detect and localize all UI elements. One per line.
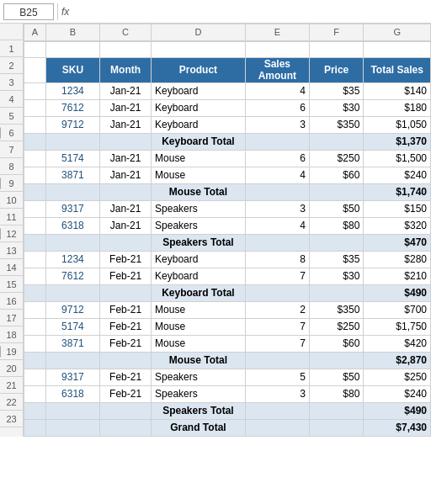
cell-g22[interactable]: $490 bbox=[364, 402, 431, 419]
cell-f23[interactable] bbox=[309, 419, 363, 436]
cell-a8[interactable] bbox=[24, 167, 46, 183]
col-header-c[interactable]: C bbox=[100, 24, 152, 41]
cell-d8[interactable]: Mouse bbox=[152, 167, 246, 183]
cell-a22[interactable] bbox=[24, 402, 46, 419]
cell-c19[interactable] bbox=[100, 352, 152, 369]
cell-b17[interactable]: 5174 bbox=[45, 318, 99, 335]
cell-g12[interactable]: $470 bbox=[364, 234, 431, 251]
cell-e8[interactable]: 4 bbox=[245, 167, 309, 183]
cell-c14[interactable]: Feb-21 bbox=[100, 268, 152, 284]
cell-c7[interactable]: Jan-21 bbox=[100, 150, 152, 167]
cell-g18[interactable]: $420 bbox=[364, 335, 431, 352]
cell-b4[interactable]: 7612 bbox=[45, 99, 99, 116]
cell-g6[interactable]: $1,370 bbox=[364, 133, 431, 150]
cell-e18[interactable]: 7 bbox=[245, 335, 309, 352]
cell-b8[interactable]: 3871 bbox=[45, 167, 99, 183]
cell-c21[interactable]: Feb-21 bbox=[100, 385, 152, 402]
cell-f6[interactable] bbox=[309, 133, 363, 150]
cell-c20[interactable]: Feb-21 bbox=[100, 369, 152, 385]
cell-a16[interactable] bbox=[24, 301, 46, 318]
cell-f4[interactable]: $30 bbox=[309, 99, 363, 116]
cell-f3[interactable]: $35 bbox=[309, 82, 363, 99]
cell-f8[interactable]: $60 bbox=[309, 167, 363, 183]
cell-f16[interactable]: $350 bbox=[309, 301, 363, 318]
cell-c1[interactable] bbox=[100, 41, 152, 58]
cell-e21[interactable]: 3 bbox=[245, 385, 309, 402]
col-header-g[interactable]: G bbox=[364, 24, 431, 41]
cell-a14[interactable] bbox=[24, 268, 46, 284]
cell-a12[interactable] bbox=[24, 234, 46, 251]
cell-b6[interactable] bbox=[45, 133, 99, 150]
col-header-e[interactable]: E bbox=[245, 24, 309, 41]
cell-f17[interactable]: $250 bbox=[309, 318, 363, 335]
cell-f15[interactable] bbox=[309, 284, 363, 301]
cell-b20[interactable]: 9317 bbox=[45, 369, 99, 385]
cell-b21[interactable]: 6318 bbox=[45, 385, 99, 402]
cell-b10[interactable]: 9317 bbox=[45, 200, 99, 217]
cell-e11[interactable]: 4 bbox=[245, 217, 309, 234]
cell-e9[interactable] bbox=[245, 183, 309, 200]
cell-a7[interactable] bbox=[24, 150, 46, 167]
cell-a6[interactable] bbox=[24, 133, 46, 150]
cell-f13[interactable]: $35 bbox=[309, 251, 363, 268]
cell-b7[interactable]: 5174 bbox=[45, 150, 99, 167]
cell-f14[interactable]: $30 bbox=[309, 268, 363, 284]
cell-c23[interactable] bbox=[100, 419, 152, 436]
cell-g16[interactable]: $700 bbox=[364, 301, 431, 318]
cell-d7[interactable]: Mouse bbox=[152, 150, 246, 167]
cell-b12[interactable] bbox=[45, 234, 99, 251]
cell-a3[interactable] bbox=[24, 82, 46, 99]
cell-f22[interactable] bbox=[309, 402, 363, 419]
cell-b11[interactable]: 6318 bbox=[45, 217, 99, 234]
cell-c10[interactable]: Jan-21 bbox=[100, 200, 152, 217]
cell-d10[interactable]: Speakers bbox=[152, 200, 246, 217]
col-header-d[interactable]: D bbox=[152, 24, 246, 41]
cell-g5[interactable]: $1,050 bbox=[364, 116, 431, 133]
cell-g8[interactable]: $240 bbox=[364, 167, 431, 183]
cell-c18[interactable]: Feb-21 bbox=[100, 335, 152, 352]
cell-c9[interactable] bbox=[100, 183, 152, 200]
cell-d5[interactable]: Keyboard bbox=[152, 116, 246, 133]
cell-b5[interactable]: 9712 bbox=[45, 116, 99, 133]
cell-f21[interactable]: $80 bbox=[309, 385, 363, 402]
cell-g3[interactable]: $140 bbox=[364, 82, 431, 99]
cell-g7[interactable]: $1,500 bbox=[364, 150, 431, 167]
cell-b22[interactable] bbox=[45, 402, 99, 419]
cell-f18[interactable]: $60 bbox=[309, 335, 363, 352]
cell-b1[interactable] bbox=[45, 41, 99, 58]
cell-a15[interactable] bbox=[24, 284, 46, 301]
cell-g10[interactable]: $150 bbox=[364, 200, 431, 217]
cell-a11[interactable] bbox=[24, 217, 46, 234]
cell-a18[interactable] bbox=[24, 335, 46, 352]
cell-a9[interactable] bbox=[24, 183, 46, 200]
cell-c6[interactable] bbox=[100, 133, 152, 150]
cell-d22[interactable]: Speakers Total bbox=[152, 402, 246, 419]
cell-e1[interactable] bbox=[245, 41, 309, 58]
cell-g23[interactable]: $7,430 bbox=[364, 419, 431, 436]
cell-c12[interactable] bbox=[100, 234, 152, 251]
cell-d11[interactable]: Speakers bbox=[152, 217, 246, 234]
cell-a2[interactable] bbox=[24, 58, 46, 83]
cell-d17[interactable]: Mouse bbox=[152, 318, 246, 335]
cell-g4[interactable]: $180 bbox=[364, 99, 431, 116]
cell-d23[interactable]: Grand Total bbox=[152, 419, 246, 436]
cell-f19[interactable] bbox=[309, 352, 363, 369]
cell-e17[interactable]: 7 bbox=[245, 318, 309, 335]
cell-d15[interactable]: Keyboard Total bbox=[152, 284, 246, 301]
cell-b18[interactable]: 3871 bbox=[45, 335, 99, 352]
cell-e23[interactable] bbox=[245, 419, 309, 436]
cell-a13[interactable] bbox=[24, 251, 46, 268]
cell-c15[interactable] bbox=[100, 284, 152, 301]
cell-e6[interactable] bbox=[245, 133, 309, 150]
cell-b13[interactable]: 1234 bbox=[45, 251, 99, 268]
cell-d4[interactable]: Keyboard bbox=[152, 99, 246, 116]
cell-f12[interactable] bbox=[309, 234, 363, 251]
cell-g15[interactable]: $490 bbox=[364, 284, 431, 301]
cell-b15[interactable] bbox=[45, 284, 99, 301]
cell-f10[interactable]: $50 bbox=[309, 200, 363, 217]
cell-f20[interactable]: $50 bbox=[309, 369, 363, 385]
cell-c3[interactable]: Jan-21 bbox=[100, 82, 152, 99]
cell-f11[interactable]: $80 bbox=[309, 217, 363, 234]
cell-c4[interactable]: Jan-21 bbox=[100, 99, 152, 116]
col-header-f[interactable]: F bbox=[309, 24, 363, 41]
